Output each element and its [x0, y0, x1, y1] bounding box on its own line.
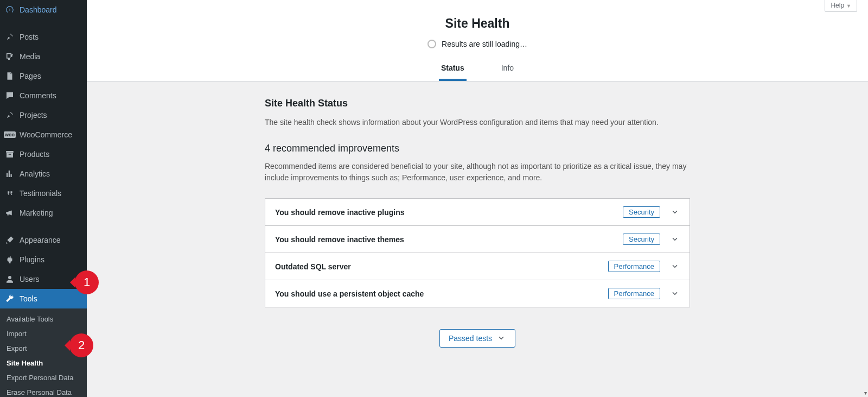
sidebar-item-pages[interactable]: Pages — [0, 66, 87, 86]
status-heading: Site Health Status — [265, 98, 690, 109]
sidebar-item-testimonials[interactable]: Testimonials — [0, 184, 87, 203]
pin-icon — [4, 31, 15, 42]
status-description: The site health check shows information … — [265, 117, 690, 129]
sidebar-item-label: Pages — [20, 72, 41, 80]
brush-icon — [4, 235, 15, 245]
media-icon — [4, 51, 15, 62]
passed-tests-button[interactable]: Passed tests — [439, 329, 515, 348]
dashboard-icon — [4, 4, 15, 15]
submenu-item-export-personal-data[interactable]: Export Personal Data — [0, 370, 87, 385]
help-tab[interactable]: Help — [825, 0, 857, 12]
chevron-down-icon — [670, 289, 680, 299]
sidebar-item-analytics[interactable]: Analytics — [0, 164, 87, 184]
category-badge: Performance — [608, 288, 660, 299]
site-health-header: Help Site Health Results are still loadi… — [87, 0, 868, 81]
sidebar-item-woocommerce[interactable]: woo WooCommerce — [0, 125, 87, 144]
site-health-body: Site Health Status The site health check… — [87, 81, 868, 380]
sidebar-item-media[interactable]: Media — [0, 47, 87, 66]
tab-info[interactable]: Info — [499, 59, 516, 81]
accordion-item[interactable]: You should use a persistent object cache… — [265, 280, 690, 307]
wrench-icon — [4, 293, 15, 304]
sidebar-item-label: Appearance — [20, 236, 61, 244]
chart-icon — [4, 168, 15, 179]
category-badge: Security — [623, 206, 660, 218]
sidebar-item-dashboard[interactable]: Dashboard — [0, 0, 87, 20]
accordion-title: Outdated SQL server — [275, 262, 351, 271]
submenu-item-available-tools[interactable]: Available Tools — [0, 312, 87, 326]
chevron-down-icon — [670, 207, 680, 217]
page-icon — [4, 71, 15, 81]
improvements-accordion: You should remove inactive plugins Secur… — [265, 198, 690, 307]
sidebar-item-label: Testimonials — [20, 189, 61, 198]
accordion-item[interactable]: Outdated SQL server Performance — [265, 253, 690, 280]
loading-text: Results are still loading… — [442, 40, 527, 48]
sidebar-item-label: Products — [20, 150, 49, 159]
accordion-title: You should remove inactive plugins — [275, 208, 405, 217]
category-badge: Performance — [608, 261, 660, 272]
submenu-item-erase-personal-data[interactable]: Erase Personal Data — [0, 385, 87, 397]
scroll-corner-icon: ▾ — [864, 390, 867, 396]
tools-submenu: Available Tools Import Export Site Healt… — [0, 308, 87, 397]
accordion-title: You should use a persistent object cache — [275, 289, 424, 298]
sidebar-item-label: Tools — [20, 294, 37, 303]
sidebar-item-label: Plugins — [20, 255, 44, 264]
spinner-icon — [427, 40, 436, 48]
accordion-item[interactable]: You should remove inactive plugins Secur… — [265, 199, 690, 226]
passed-tests-label: Passed tests — [449, 334, 492, 343]
sidebar-item-plugins[interactable]: Plugins — [0, 250, 87, 269]
woocommerce-icon: woo — [4, 129, 15, 140]
sidebar-item-users[interactable]: Users — [0, 269, 87, 289]
sidebar-item-posts[interactable]: Posts — [0, 27, 87, 47]
sidebar-item-label: Posts — [20, 33, 39, 41]
sidebar-item-label: Dashboard — [20, 5, 57, 14]
user-icon — [4, 274, 15, 285]
main-content: Help Site Health Results are still loadi… — [87, 0, 868, 397]
loading-indicator: Results are still loading… — [87, 40, 868, 59]
site-health-tabs: Status Info — [87, 59, 868, 81]
megaphone-icon — [4, 207, 15, 218]
quote-icon — [4, 188, 15, 199]
category-badge: Security — [623, 234, 660, 245]
submenu-item-export[interactable]: Export — [0, 341, 87, 356]
sidebar-item-comments[interactable]: Comments — [0, 86, 87, 105]
chevron-down-icon — [670, 235, 680, 244]
sidebar-item-products[interactable]: Products — [0, 144, 87, 164]
improvements-description: Recommended items are considered benefic… — [265, 161, 690, 184]
tab-status[interactable]: Status — [439, 59, 467, 81]
page-title: Site Health — [87, 3, 868, 40]
accordion-item[interactable]: You should remove inactive themes Securi… — [265, 226, 690, 253]
sidebar-item-marketing[interactable]: Marketing — [0, 203, 87, 223]
sidebar-item-appearance[interactable]: Appearance — [0, 230, 87, 250]
accordion-title: You should remove inactive themes — [275, 235, 404, 244]
chevron-down-icon — [670, 262, 680, 272]
improvements-heading: 4 recommended improvements — [265, 143, 690, 154]
pin-icon — [4, 110, 15, 121]
sidebar-item-label: Users — [20, 275, 40, 283]
sidebar-item-label: WooCommerce — [20, 130, 72, 139]
chevron-down-icon — [496, 333, 506, 343]
submenu-item-import[interactable]: Import — [0, 326, 87, 341]
sidebar-item-projects[interactable]: Projects — [0, 105, 87, 125]
admin-sidebar: Dashboard Posts Media Pages Comments Pro… — [0, 0, 87, 397]
sidebar-item-label: Media — [20, 52, 40, 61]
sidebar-item-label: Analytics — [20, 169, 50, 178]
sidebar-item-label: Projects — [20, 111, 47, 119]
submenu-item-site-health[interactable]: Site Health — [0, 356, 87, 370]
sidebar-item-label: Marketing — [20, 209, 53, 217]
plug-icon — [4, 254, 15, 265]
sidebar-item-label: Comments — [20, 91, 56, 100]
archive-icon — [4, 149, 15, 160]
sidebar-item-tools[interactable]: Tools — [0, 289, 87, 308]
comment-icon — [4, 90, 15, 101]
